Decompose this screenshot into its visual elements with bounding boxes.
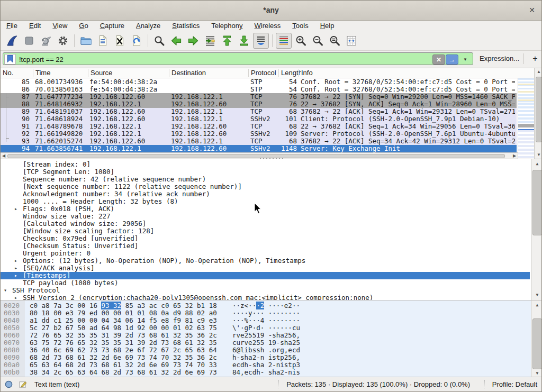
detail-line[interactable]: ▾SSH Protocol — [1, 287, 530, 294]
go-last-button[interactable] — [236, 33, 252, 49]
packet-row-86[interactable]: 8670.013850163fe:54:00:d4:38:2aSTP54Conf… — [1, 86, 517, 93]
expand-arrow-icon[interactable]: ▸ — [14, 257, 17, 265]
start-capture-button[interactable] — [4, 33, 20, 49]
menu-analyze[interactable]: Analyze — [130, 21, 166, 31]
detail-line[interactable]: [Window size scaling factor: 128] — [1, 227, 530, 235]
go-first-button[interactable] — [219, 33, 235, 49]
packet-row-87[interactable]: 8771.647777234192.168.122.60192.168.122.… — [1, 93, 517, 101]
hex-row-0080[interactable]: 008036 40 6c 69 62 73 73 68 2e 6f 72 67 … — [1, 347, 530, 354]
scrollbar-thumb[interactable] — [7, 154, 505, 158]
scroll-up-arrow[interactable]: ▲ — [531, 302, 541, 309]
detail-line[interactable]: TCP payload (1080 bytes) — [1, 279, 530, 287]
column-header-source[interactable]: Source — [88, 69, 171, 77]
packet-row-91[interactable]: 9171.648789678192.168.122.1192.168.122.6… — [1, 123, 517, 130]
detail-line[interactable]: [Calculated window size: 29056] — [1, 220, 530, 227]
detail-line[interactable]: ▸[SEQ/ACK analysis] — [1, 265, 530, 272]
detail-line[interactable]: Checksum: 0x79ed [unverified] — [1, 235, 530, 242]
menu-telephony[interactable]: Telephony — [205, 21, 248, 31]
detail-line[interactable]: Urgent pointer: 0 — [1, 250, 530, 257]
expand-arrow-icon[interactable]: ▸ — [14, 265, 17, 272]
go-back-button[interactable] — [168, 33, 184, 49]
scrollbar-thumb[interactable] — [536, 77, 542, 142]
detail-vscrollbar[interactable]: ▲ ▼ — [531, 159, 541, 300]
display-filter-input[interactable] — [18, 53, 317, 66]
hex-row-0030[interactable]: 003080 18 00 e3 79 ed 00 00 01 01 08 0a … — [1, 309, 530, 317]
detail-line[interactable]: [Checksum Status: Unverified] — [1, 242, 530, 250]
expert-info-button[interactable] — [5, 380, 13, 390]
find-packet-button[interactable] — [151, 33, 167, 49]
scroll-down-arrow[interactable]: ▼ — [531, 291, 541, 299]
filter-clear-button[interactable]: ✕ — [432, 54, 445, 65]
detail-line[interactable]: Acknowledgment number: 34 (relative ack … — [1, 190, 530, 198]
menu-wireless[interactable]: Wireless — [249, 21, 287, 31]
close-file-button[interactable] — [112, 33, 128, 49]
column-header-destination[interactable]: Destination — [169, 69, 250, 77]
filter-dropdown-caret[interactable]: ▼ — [463, 57, 467, 62]
colorize-button[interactable] — [276, 33, 292, 49]
column-header-info[interactable]: Info — [299, 69, 518, 77]
menu-capture[interactable]: Capture — [94, 21, 130, 31]
display-filter-field[interactable]: ✕ → ▼ — [3, 52, 473, 65]
scroll-down-arrow[interactable]: ▼ — [531, 370, 541, 377]
packet-row-89[interactable]: 8971.648191037192.168.122.60192.168.122.… — [1, 108, 517, 115]
hex-row-00b0[interactable]: 00b038 34 2c 65 63 64 68 2d 73 68 61 32 … — [1, 369, 530, 376]
expand-arrow-icon[interactable]: ▾ — [4, 287, 7, 294]
capture-options-button[interactable] — [55, 33, 71, 49]
expand-arrow-icon[interactable]: ▸ — [14, 272, 17, 279]
resize-columns-button[interactable] — [344, 33, 359, 49]
restart-capture-button[interactable] — [38, 33, 54, 49]
menu-go[interactable]: Go — [73, 21, 94, 31]
menu-edit[interactable]: Edit — [23, 21, 47, 31]
packet-row-90[interactable]: 9071.648618924192.168.122.60192.168.122.… — [1, 115, 517, 123]
filter-add-button[interactable]: + — [530, 53, 540, 65]
reload-file-button[interactable] — [129, 33, 144, 49]
zoom-original-button[interactable] — [327, 33, 342, 49]
detail-line[interactable]: [Stream index: 0] — [1, 161, 530, 168]
go-to-packet-button[interactable] — [202, 33, 218, 49]
column-header-time[interactable]: Time — [33, 69, 90, 77]
packet-row-93[interactable]: 9371.662015274192.168.122.60192.168.122.… — [1, 138, 517, 145]
detail-line[interactable]: ▸[Timestamps] — [1, 272, 530, 279]
auto-scroll-button[interactable] — [253, 33, 269, 49]
hex-row-0070[interactable]: 007063 75 72 76 65 32 35 35 31 39 2d 73 … — [1, 339, 530, 347]
close-window-button[interactable]: ✕ — [527, 5, 537, 15]
menu-view[interactable]: View — [47, 21, 73, 31]
save-file-button[interactable] — [95, 33, 111, 49]
menu-statistics[interactable]: Statistics — [166, 21, 205, 31]
expand-arrow-icon[interactable]: ▸ — [14, 294, 17, 300]
menu-tools[interactable]: Tools — [286, 21, 314, 31]
hex-row-00a0[interactable]: 00a065 63 64 68 2d 73 68 61 32 2d 6e 69 … — [1, 361, 530, 369]
detail-line[interactable]: ▸Flags: 0x018 (PSH, ACK) — [1, 205, 530, 213]
packet-list-minimap[interactable] — [518, 78, 535, 159]
go-forward-button[interactable] — [185, 33, 201, 49]
detail-line[interactable]: Window size value: 227 — [1, 213, 530, 220]
capture-comment-button[interactable] — [19, 380, 28, 390]
detail-line[interactable]: 1000 .... = Header Length: 32 bytes (8) — [1, 198, 530, 205]
hex-row-0060[interactable]: 006072 76 65 32 35 35 31 39 2d 73 68 61 … — [1, 332, 530, 339]
scroll-down-arrow[interactable]: ▼ — [535, 151, 542, 159]
packet-row-85[interactable]: 8568.001734936fe:54:00:d4:38:2aSTP54Conf… — [1, 78, 517, 86]
expression-button[interactable]: Expression... — [480, 54, 519, 62]
scrollbar-thumb[interactable] — [532, 318, 541, 369]
column-header-length[interactable]: Length — [278, 69, 301, 77]
detail-line[interactable]: [TCP Segment Len: 1080] — [1, 168, 530, 176]
hex-row-0050[interactable]: 00505c 27 b2 67 50 ad 64 98 1d 92 00 00 … — [1, 324, 530, 332]
zoom-out-button[interactable] — [310, 33, 326, 49]
detail-line[interactable]: ▸Options: (12 bytes), No-Operation (NOP)… — [1, 257, 530, 265]
packet-row-92[interactable]: 9271.661949820192.168.122.1192.168.122.6… — [1, 130, 517, 138]
filter-apply-button[interactable]: → — [446, 54, 458, 65]
expand-arrow-icon[interactable]: ▸ — [14, 205, 17, 213]
stop-capture-button[interactable] — [21, 33, 37, 49]
detail-line[interactable]: Sequence number: 42 (relative sequence n… — [1, 176, 530, 183]
menu-file[interactable]: File — [1, 21, 23, 31]
status-profile[interactable]: Profile: Default — [484, 380, 537, 388]
scroll-up-arrow[interactable]: ▲ — [531, 160, 541, 168]
scrollbar-thumb[interactable] — [532, 170, 541, 235]
menu-help[interactable]: Help — [314, 21, 340, 31]
packet-row-88[interactable]: 8871.648146932192.168.122.1192.168.122.6… — [1, 101, 517, 108]
hex-row-0020[interactable]: 0020c0 a8 7a 3c 00 16 93 32 85 a3 ac c0 … — [1, 302, 530, 309]
open-file-button[interactable] — [78, 33, 94, 49]
filter-bookmark-button[interactable] — [4, 54, 16, 65]
zoom-in-button[interactable] — [293, 33, 309, 49]
detail-line[interactable]: [Next sequence number: 1122 (relative se… — [1, 183, 530, 190]
